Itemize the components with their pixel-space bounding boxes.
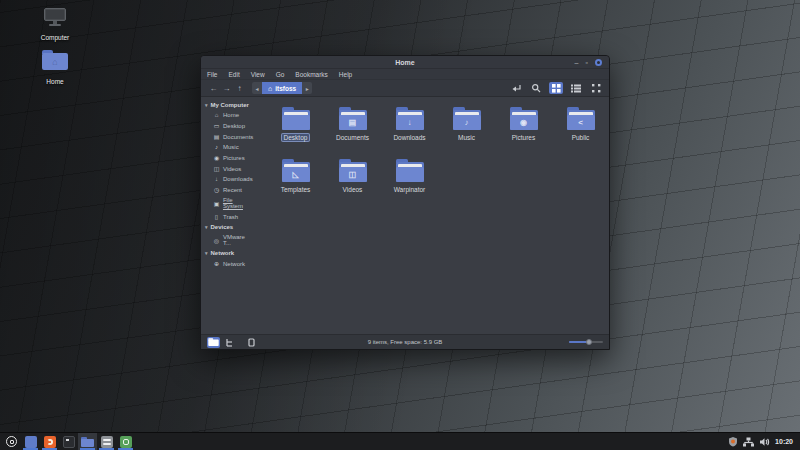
status-text: 9 items, Free space: 5.9 GB	[201, 339, 609, 345]
sidebar-row[interactable]: ⌂ Home	[201, 110, 254, 120]
back-button[interactable]: ←	[207, 82, 220, 95]
menu-item[interactable]: File	[207, 71, 217, 78]
path-expand-button[interactable]: ▸	[302, 82, 312, 94]
statusbar: 9 items, Free space: 5.9 GB	[201, 334, 609, 349]
zoom-slider[interactable]	[569, 341, 603, 343]
desktop-icon-label: Computer	[39, 34, 72, 41]
firefox-icon	[44, 436, 56, 448]
folder-item[interactable]: < Public	[552, 107, 609, 153]
sidebar-row[interactable]: ▤ Documents	[201, 131, 254, 142]
sidebar-row[interactable]: ▾ My Computer	[201, 100, 254, 110]
folder-icon: ◺	[281, 159, 311, 182]
folder-emblem-icon: ◉	[520, 119, 527, 127]
sidebar-row-icon: ▾	[205, 224, 208, 230]
folder-label: Downloads	[390, 133, 428, 142]
desktop-icon-home[interactable]: ⌂ Home	[28, 50, 82, 88]
sidebar-row-icon: ♪	[213, 144, 220, 150]
sidebar-row[interactable]: ◫ Videos	[201, 163, 254, 174]
folder-label: Templates	[278, 185, 314, 194]
sidebar-row-icon: ▾	[205, 250, 208, 256]
folder-item[interactable]: ◉ Pictures	[495, 107, 552, 153]
folder-label: Music	[455, 133, 478, 142]
icon-view-button[interactable]	[549, 82, 563, 94]
sidebar-row-icon: ▣	[213, 200, 220, 207]
sidebar-row-label: Network	[211, 250, 235, 256]
volume-tray-icon[interactable]	[759, 437, 770, 447]
update-manager-tray-icon[interactable]	[728, 436, 738, 447]
folder-emblem-icon: ↓	[408, 119, 412, 127]
folder-icon: <	[566, 107, 596, 130]
menu-item[interactable]: Help	[339, 71, 352, 78]
folder-item[interactable]: ↓ Downloads	[381, 107, 438, 153]
window-titlebar[interactable]: Home – ▫	[201, 56, 609, 69]
sidebar-row[interactable]: ◉ Pictures	[201, 152, 254, 163]
sidebar-row[interactable]: ◎ VMware T...	[201, 232, 254, 248]
sidebar-row[interactable]: ◷ Recent	[201, 184, 254, 195]
folder-icon	[395, 159, 425, 182]
sidebar-row[interactable]: ▯ Trash	[201, 211, 254, 222]
close-button[interactable]	[595, 59, 602, 66]
maximize-button[interactable]: ▫	[586, 59, 588, 66]
sidebar-row-icon: ◉	[213, 154, 220, 161]
zoom-slider-knob[interactable]	[586, 339, 592, 345]
menu-item[interactable]: View	[251, 71, 265, 78]
minimize-button[interactable]: –	[575, 59, 579, 66]
compact-view-icon	[592, 84, 601, 93]
terminal-launcher[interactable]	[59, 433, 78, 450]
folder-icon: ◉	[509, 107, 539, 130]
folder-icon: ◫	[338, 159, 368, 182]
sidebar-row-icon: ⊕	[213, 260, 220, 267]
sidebar-row[interactable]: ⊕ Network	[201, 258, 254, 269]
mint-menu-button[interactable]	[2, 433, 21, 450]
folder-label: Public	[569, 133, 593, 142]
network-tray-icon[interactable]	[743, 437, 754, 447]
window-list-software-manager[interactable]	[116, 433, 135, 450]
sidebar-row[interactable]: ▣ File System	[201, 195, 254, 211]
sidebar-row[interactable]: ↓ Downloads	[201, 174, 254, 184]
desktop-icon-computer[interactable]: Computer	[28, 8, 82, 44]
list-view-button[interactable]	[569, 82, 583, 94]
up-button[interactable]: ↑	[233, 82, 246, 95]
home-folder-icon: ⌂	[42, 50, 68, 70]
folder-item[interactable]: ◺ Templates	[267, 159, 324, 205]
menu-item[interactable]: Go	[276, 71, 285, 78]
file-manager-window: Home – ▫ File Edit View Go Bookmarks Hel…	[200, 55, 610, 350]
forward-button[interactable]: →	[220, 82, 233, 95]
panel-clock[interactable]: 10:20	[775, 438, 793, 445]
menu-item[interactable]: Edit	[228, 71, 239, 78]
sidebar-row-icon: ▯	[213, 213, 220, 220]
window-list-settings[interactable]	[97, 433, 116, 450]
folder-label: Warpinator	[391, 185, 429, 194]
firefox-launcher[interactable]	[40, 433, 59, 450]
sidebar-row-label: VMware T...	[223, 234, 254, 246]
search-button[interactable]	[529, 82, 543, 94]
sidebar-row[interactable]: ♪ Music	[201, 142, 254, 152]
folder-item[interactable]: ♪ Music	[438, 107, 495, 153]
folder-item[interactable]: Warpinator	[381, 159, 438, 205]
folder-item[interactable]: ◫ Videos	[324, 159, 381, 205]
sidebar-row-icon: ▾	[205, 102, 208, 108]
toggle-location-entry-button[interactable]	[509, 82, 523, 94]
folder-emblem-icon: <	[578, 119, 583, 127]
places-sidebar: ▾ My Computer ⌂ Home ▭ Desktop ▤	[201, 97, 254, 334]
path-current-button[interactable]: ⌂ itsfoss	[262, 82, 302, 94]
folder-item[interactable]: ▤ Documents	[324, 107, 381, 153]
menu-item[interactable]: Bookmarks	[295, 71, 328, 78]
folder-item[interactable]: Desktop	[267, 107, 324, 153]
sidebar-row-label: Network	[223, 261, 245, 267]
sidebar-row-label: Recent	[223, 187, 242, 193]
sidebar-row-label: Devices	[211, 224, 234, 230]
sidebar-row[interactable]: ▾ Network	[201, 248, 254, 258]
sidebar-row[interactable]: ▾ Devices	[201, 222, 254, 232]
folder-label: Desktop	[281, 133, 311, 142]
folder-emblem-icon: ▤	[349, 119, 357, 127]
list-view-icon	[571, 84, 581, 93]
path-scroll-left-button[interactable]: ◂	[252, 82, 262, 94]
folder-icon-view[interactable]: Desktop ▤ Documents	[254, 97, 609, 334]
sidebar-row[interactable]: ▭ Desktop	[201, 120, 254, 131]
folder-label: Videos	[340, 185, 366, 194]
compact-view-button[interactable]	[589, 82, 603, 94]
sidebar-row-icon: ▤	[213, 133, 220, 140]
window-list-file-manager[interactable]	[78, 433, 97, 450]
files-launcher[interactable]	[21, 433, 40, 450]
